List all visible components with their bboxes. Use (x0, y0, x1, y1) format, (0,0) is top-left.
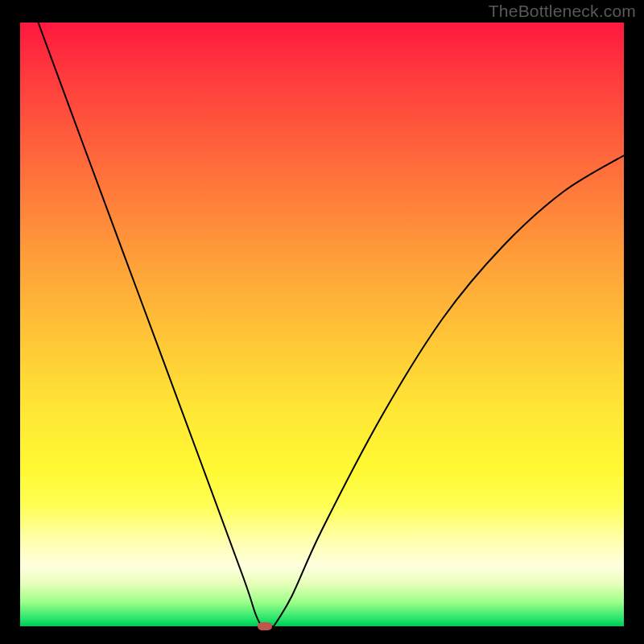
minimum-marker (258, 622, 272, 630)
bottleneck-curve (20, 23, 624, 626)
chart-frame: TheBottleneck.com (0, 0, 644, 644)
plot-area (20, 23, 624, 626)
curve-left-branch (39, 23, 262, 626)
curve-right-branch (274, 155, 624, 626)
watermark-text: TheBottleneck.com (489, 2, 636, 21)
